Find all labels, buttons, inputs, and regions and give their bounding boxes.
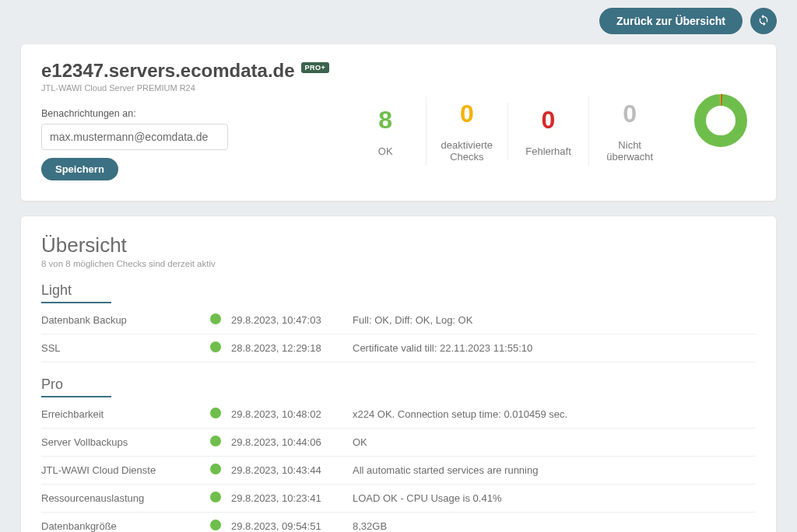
metric-label: deaktivierte Checks	[433, 139, 501, 163]
metric-label: Nicht überwacht	[595, 139, 664, 163]
check-message: All automatic started services are runni…	[353, 457, 756, 485]
check-message: Full: OK, Diff: OK, Log: OK	[353, 306, 756, 334]
check-timestamp: 29.8.2023, 10:43:44	[231, 457, 353, 485]
check-message: x224 OK. Connection setup time: 0.010459…	[353, 401, 756, 429]
table-row[interactable]: Erreichbarkeit29.8.2023, 10:48:02x224 OK…	[41, 401, 756, 429]
table-row[interactable]: Datenbank Backup29.8.2023, 10:47:03Full:…	[41, 306, 756, 334]
check-message: Certificate valid till: 22.11.2023 11:55…	[353, 334, 756, 362]
table-row[interactable]: Server Vollbackups29.8.2023, 10:44:06OK	[41, 429, 756, 457]
check-timestamp: 29.8.2023, 09:54:51	[231, 513, 353, 533]
status-dot-icon	[210, 436, 221, 446]
metric-label: OK	[351, 145, 420, 157]
check-name: SSL	[41, 334, 205, 362]
status-dot-icon	[210, 464, 221, 474]
metric-deaktivierte-checks: 0deaktivierte Checks	[426, 96, 507, 166]
check-timestamp: 29.8.2023, 10:48:02	[231, 401, 353, 429]
check-name: JTL-WAWI Cloud Dienste	[41, 457, 205, 485]
server-subtitle: JTL-WAWI Cloud Server PREMIUM R24	[41, 83, 329, 93]
check-name: Server Vollbackups	[41, 429, 205, 457]
status-dot-icon	[210, 341, 221, 352]
overview-subtitle: 8 von 8 möglichen Checks sind derzeit ak…	[41, 259, 756, 268]
check-message: LOAD OK - CPU Usage is 0.41%	[353, 485, 756, 513]
notification-email-input[interactable]	[41, 124, 228, 150]
status-cell	[205, 334, 231, 362]
svg-point-0	[700, 100, 741, 141]
server-title: e12347.servers.ecomdata.de PRO+	[41, 60, 329, 82]
check-timestamp: 29.8.2023, 10:47:03	[231, 306, 353, 334]
check-table-light: Datenbank Backup29.8.2023, 10:47:03Full:…	[41, 306, 756, 362]
topbar: Zurück zur Übersicht	[20, 8, 777, 34]
metric-value: 0	[595, 100, 664, 128]
section-title-light: Light	[41, 282, 111, 303]
check-name: Erreichbarkeit	[41, 401, 205, 429]
status-dot-icon	[210, 313, 221, 324]
metric-ok: 8OK	[345, 103, 426, 160]
save-button[interactable]: Speichern	[41, 158, 118, 180]
metric-label: Fehlerhaft	[514, 145, 583, 157]
sections-container: LightDatenbank Backup29.8.2023, 10:47:03…	[41, 282, 756, 532]
metric-value: 8	[351, 106, 420, 135]
status-cell	[205, 401, 231, 429]
status-cell	[205, 513, 231, 533]
status-dot-icon	[210, 520, 221, 530]
back-to-overview-button[interactable]: Zurück zur Übersicht	[599, 8, 743, 34]
plan-badge: PRO+	[301, 62, 330, 73]
metrics-row: 8OK0deaktivierte Checks0Fehlerhaft0Nicht…	[345, 60, 670, 180]
metric-value: 0	[433, 100, 501, 128]
table-row[interactable]: JTL-WAWI Cloud Dienste29.8.2023, 10:43:4…	[41, 457, 756, 485]
status-dot-icon	[210, 408, 221, 418]
notification-label: Benachrichtungen an:	[41, 108, 329, 119]
table-row[interactable]: Ressourcenauslastung29.8.2023, 10:23:41L…	[41, 485, 756, 513]
status-dot-icon	[210, 492, 221, 502]
check-message: 8,32GB	[353, 513, 756, 533]
check-name: Datenbankgröße	[41, 513, 205, 533]
check-name: Ressourcenauslastung	[41, 485, 205, 513]
check-message: OK	[353, 429, 756, 457]
check-timestamp: 29.8.2023, 10:23:41	[231, 485, 353, 513]
server-header-card: e12347.servers.ecomdata.de PRO+ JTL-WAWI…	[20, 44, 777, 201]
metric-value: 0	[514, 106, 583, 135]
overview-title: Übersicht	[41, 233, 756, 257]
donut-icon	[693, 93, 748, 148]
refresh-icon	[757, 14, 770, 29]
overview-card: Übersicht 8 von 8 möglichen Checks sind …	[20, 215, 777, 532]
refresh-button[interactable]	[750, 8, 777, 34]
check-timestamp: 29.8.2023, 10:44:06	[231, 429, 353, 457]
check-timestamp: 28.8.2023, 12:29:18	[231, 334, 353, 362]
section-title-pro: Pro	[41, 376, 111, 397]
check-name: Datenbank Backup	[41, 306, 205, 334]
check-table-pro: Erreichbarkeit29.8.2023, 10:48:02x224 OK…	[41, 401, 756, 532]
table-row[interactable]: Datenbankgröße29.8.2023, 09:54:518,32GB	[41, 513, 756, 533]
status-cell	[205, 429, 231, 457]
table-row[interactable]: SSL28.8.2023, 12:29:18Certificate valid …	[41, 334, 756, 362]
server-title-text: e12347.servers.ecomdata.de	[41, 60, 295, 82]
status-cell	[205, 457, 231, 485]
status-cell	[205, 306, 231, 334]
metric-fehlerhaft: 0Fehlerhaft	[507, 103, 589, 160]
status-donut-chart	[686, 60, 756, 180]
metric-nicht-überwacht: 0Nicht überwacht	[588, 96, 670, 166]
status-cell	[205, 485, 231, 513]
